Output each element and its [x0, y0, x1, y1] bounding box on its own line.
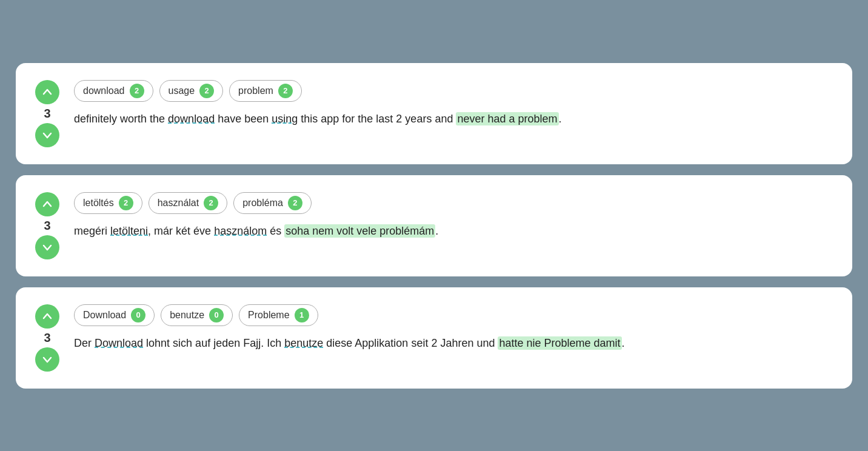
- tags-row: Download0benutze0Probleme1: [74, 304, 833, 326]
- downvote-button[interactable]: [35, 123, 59, 147]
- tag-badge: 2: [288, 196, 302, 210]
- tag-label: Probleme: [248, 310, 289, 321]
- tag-badge: 0: [131, 308, 145, 322]
- underlined-term: letölteni: [110, 225, 148, 237]
- review-text: definitely worth the download have been …: [74, 110, 833, 128]
- tag-2: benutze0: [161, 304, 233, 326]
- upvote-button[interactable]: [35, 192, 59, 216]
- card-content: letöltés2használat2probléma2megéri letöl…: [74, 192, 833, 240]
- downvote-button[interactable]: [35, 347, 59, 372]
- tags-row: download2usage2problem2: [74, 80, 833, 102]
- card-1: 3download2usage2problem2definitely worth…: [16, 63, 852, 164]
- underlined-term: Download: [95, 337, 143, 349]
- vote-count: 3: [44, 331, 50, 345]
- tag-label: Download: [83, 310, 126, 321]
- underlined-term: benutze: [284, 337, 323, 349]
- tag-badge: 2: [130, 84, 144, 98]
- tag-badge: 2: [278, 84, 293, 98]
- underlined-term: használom: [214, 225, 267, 237]
- vote-column: 3: [35, 304, 59, 372]
- tag-3: problem2: [229, 80, 302, 102]
- vote-column: 3: [35, 80, 59, 147]
- tag-1: Download0: [74, 304, 155, 326]
- underlined-term: using: [272, 113, 298, 125]
- tag-3: Probleme1: [239, 304, 318, 326]
- tag-label: download: [83, 85, 125, 96]
- tag-1: download2: [74, 80, 153, 102]
- card-content: Download0benutze0Probleme1Der Download l…: [74, 304, 833, 352]
- downvote-button[interactable]: [35, 235, 59, 259]
- upvote-button[interactable]: [35, 80, 59, 104]
- vote-column: 3: [35, 192, 59, 259]
- tag-badge: 2: [119, 196, 133, 210]
- tag-badge: 2: [199, 84, 214, 98]
- tag-2: használat2: [149, 192, 228, 214]
- tag-label: benutze: [170, 310, 204, 321]
- tags-row: letöltés2használat2probléma2: [74, 192, 833, 214]
- highlighted-phrase: soha nem volt vele problémám: [284, 224, 435, 238]
- tag-1: letöltés2: [74, 192, 142, 214]
- card-2: 3letöltés2használat2probléma2megéri letö…: [16, 175, 852, 276]
- vote-count: 3: [44, 107, 50, 121]
- review-text: Der Download lohnt sich auf jeden Fajj. …: [74, 335, 833, 352]
- cards-container: 3download2usage2problem2definitely worth…: [16, 63, 852, 389]
- tag-label: használat: [158, 198, 199, 209]
- highlighted-phrase: never had a problem: [456, 112, 558, 125]
- tag-label: letöltés: [83, 198, 114, 209]
- review-text: megéri letölteni, már két éve használom …: [74, 222, 833, 240]
- tag-label: probléma: [242, 198, 283, 209]
- vote-count: 3: [44, 219, 50, 233]
- tag-badge: 2: [204, 196, 218, 210]
- highlighted-phrase: hatte nie Probleme damit: [498, 336, 621, 350]
- card-3: 3Download0benutze0Probleme1Der Download …: [16, 287, 852, 389]
- tag-badge: 1: [295, 308, 309, 322]
- card-content: download2usage2problem2definitely worth …: [74, 80, 833, 128]
- tag-badge: 0: [209, 308, 224, 322]
- underlined-term: download: [168, 113, 215, 125]
- tag-2: usage2: [159, 80, 224, 102]
- tag-3: probléma2: [233, 192, 312, 214]
- upvote-button[interactable]: [35, 304, 59, 329]
- tag-label: problem: [238, 85, 273, 96]
- tag-label: usage: [169, 85, 195, 96]
